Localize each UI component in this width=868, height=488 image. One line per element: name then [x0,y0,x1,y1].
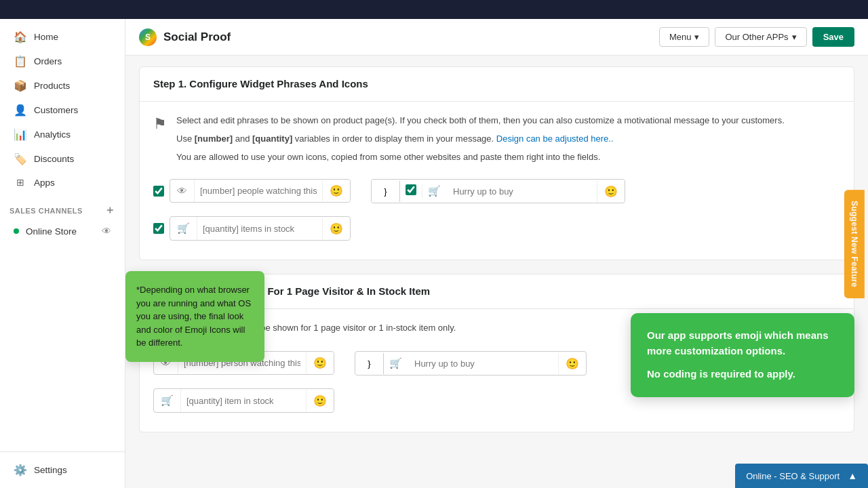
step2-emoji-btn-2[interactable]: 🙂 [306,390,334,411]
step1-fields-layout: 👁 🙂 🛒 🙂 [153,179,840,247]
sidebar-item-orders[interactable]: 📋 Orders [4,49,121,73]
step2-number-input[interactable] [355,353,384,374]
step1-right-input[interactable] [448,181,597,202]
step1-emoji-btn-1[interactable]: 🙂 [322,180,350,201]
step1-left-fields: 👁 🙂 🛒 🙂 [153,179,351,247]
other-apps-chevron-icon: ▾ [792,32,797,42]
step1-checkbox-1[interactable] [153,186,164,197]
add-channel-icon[interactable]: ＋ [104,203,116,218]
bottom-bar-chevron-icon[interactable]: ▲ [848,470,857,481]
sidebar-label-settings: Settings [34,465,67,475]
menu-label: Menu [669,32,692,42]
step1-section: Step 1. Configure Widget Phrases And Ico… [139,66,854,260]
cart-field-icon-right-2: 🛒 [384,352,409,375]
sidebar-item-analytics[interactable]: 📊 Analytics [4,123,121,146]
step2-left-fields: 👁 🙂 🛒 🙂 [153,351,334,420]
sidebar-item-home[interactable]: 🏠 Home [4,25,121,49]
step1-right-group: 🛒 🙂 [371,179,625,203]
sales-channels-header: SALES CHANNELS ＋ [0,197,125,220]
flag-icon-1: ⚑ [153,115,167,133]
step1-input-2[interactable] [197,218,322,239]
cart-field-icon-2: 🛒 [154,389,181,412]
home-icon: 🏠 [14,30,27,43]
tooltip-browser-text: *Depending on what browser you are runni… [136,285,251,348]
step2-right-group: 🛒 🙂 [355,351,587,375]
eye-field-icon-1: 👁 [170,180,195,202]
bottom-support-bar[interactable]: Online - SEO & Support ▲ [735,464,868,488]
step2-right-emoji-btn[interactable]: 🙂 [558,353,586,374]
top-bar [0,0,868,19]
step1-right-field-row: 🛒 🙂 [371,179,625,203]
step1-header: Step 1. Configure Widget Phrases And Ico… [140,67,854,102]
step1-field-row-1: 👁 🙂 [153,179,351,203]
menu-button[interactable]: Menu ▾ [659,27,710,47]
step2-input-2[interactable] [181,390,306,411]
step1-number-input[interactable] [372,181,400,202]
sidebar-label-apps: Apps [34,178,55,188]
step1-info-text: Select and edit phrases to be shown on p… [176,114,785,168]
step1-info-line1: Select and edit phrases to be shown on p… [176,114,785,128]
step2-right-fields: 🛒 🙂 [355,351,587,382]
step1-input-1[interactable] [195,180,322,201]
sidebar: 🏠 Home 📋 Orders 📦 Products 👤 Customers 📊… [0,19,125,488]
step1-info-line2: Use [number] and [quantity] variables in… [176,132,785,146]
number-var: [number] [195,134,233,144]
customers-icon: 👤 [14,104,27,117]
sidebar-item-settings[interactable]: ⚙️ Settings [4,458,121,482]
step2-right-field-row: 🛒 🙂 [355,351,587,375]
online-indicator [14,228,19,234]
quantity-var: [quantity] [252,134,292,144]
step1-checkbox-2[interactable] [153,223,164,234]
step1-field-row-2: 🛒 🙂 [153,216,351,241]
menu-chevron-icon: ▾ [694,32,699,42]
tooltip-emoji-support: Our app supports emoji which means more … [631,313,854,397]
step1-title: Step 1. Configure Widget Phrases And Ico… [153,78,368,89]
apps-icon: ⊞ [14,177,27,188]
page-content: Step 1. Configure Widget Phrases And Ico… [125,56,868,488]
sidebar-label-discounts: Discounts [34,154,74,164]
other-apps-label: Our Other APPs [725,32,788,42]
app-title: Social Proof [163,30,231,44]
sidebar-label-home: Home [34,32,58,42]
sidebar-item-online-store[interactable]: Online Store 👁 [4,221,121,241]
sidebar-label-products: Products [34,81,70,91]
step1-emoji-btn-2[interactable]: 🙂 [322,218,350,239]
products-icon: 📦 [14,79,27,92]
suggest-feature-tab[interactable]: Suggest New Feature [844,190,865,298]
eye-icon: 👁 [102,226,111,237]
step2-field-row-2: 🛒 🙂 [153,388,334,413]
settings-icon: ⚙️ [14,464,27,476]
other-apps-button[interactable]: Our Other APPs ▾ [715,27,806,47]
step1-field-2: 🛒 🙂 [170,216,351,241]
analytics-icon: 📊 [14,128,27,141]
design-link[interactable]: Design can be adjusted here.. [496,134,614,144]
sidebar-label-orders: Orders [34,56,62,66]
step2-right-input[interactable] [409,353,558,374]
step2-field-2: 🛒 🙂 [153,388,334,413]
header-left: S Social Proof [139,28,231,46]
sidebar-label-customers: Customers [34,105,78,115]
step1-right-emoji-btn[interactable]: 🙂 [597,181,625,202]
bottom-bar-label: Online - SEO & Support [746,471,840,481]
sidebar-item-apps[interactable]: ⊞ Apps [4,171,121,193]
sidebar-label-analytics: Analytics [34,129,71,140]
sidebar-item-customers[interactable]: 👤 Customers [4,98,121,122]
suggest-feature-label: Suggest New Feature [850,201,859,287]
step1-right-checkbox[interactable] [406,184,416,195]
sidebar-item-discounts[interactable]: 🏷️ Discounts [4,147,121,171]
save-button[interactable]: Save [812,27,854,47]
tooltip-emoji-line2: No coding is required to apply. [647,367,838,382]
cart-field-icon-right: 🛒 [422,180,448,203]
step1-info-box: ⚑ Select and edit phrases to be shown on… [153,114,840,168]
sidebar-item-products[interactable]: 📦 Products [4,74,121,98]
tooltip-emoji-line1: Our app supports emoji which means more … [647,328,838,359]
step1-right-fields: 🛒 🙂 [371,179,625,210]
orders-icon: 📋 [14,55,27,68]
discounts-icon: 🏷️ [14,152,27,165]
header-right: Menu ▾ Our Other APPs ▾ Save [659,27,854,47]
main-content: S Social Proof Menu ▾ Our Other APPs ▾ S… [125,19,868,488]
app-logo: S [139,28,157,46]
content-header: S Social Proof Menu ▾ Our Other APPs ▾ S… [125,19,868,56]
cart-field-icon-1: 🛒 [170,217,197,240]
step2-emoji-btn-1[interactable]: 🙂 [306,352,334,373]
